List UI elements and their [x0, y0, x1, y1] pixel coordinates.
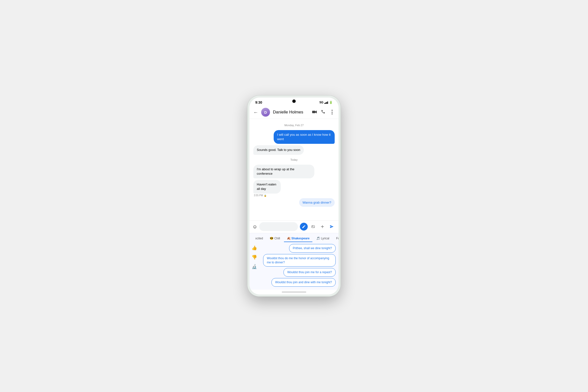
header-actions: ⋮: [312, 110, 335, 115]
lock-icon: 🔒: [264, 194, 266, 197]
phone-frame: 9:30 5G 🔋 ← D Danielle Holmes: [248, 96, 340, 296]
received-bubble: I'm about to wrap up at the conference: [253, 165, 314, 178]
home-indicator: [250, 290, 338, 294]
ai-panel: xcited 😎 Chill 🍂 Shakespeare 🎵 Lyrical F…: [250, 233, 338, 290]
camera-notch: [292, 100, 296, 103]
suggestion-4[interactable]: Wouldst thou join and dine with me tonig…: [272, 278, 336, 287]
status-time: 9:30: [255, 100, 262, 104]
suggestion-2[interactable]: Wouldst thou do me the honor of accompan…: [263, 254, 336, 267]
video-call-icon[interactable]: [312, 110, 317, 115]
tab-excited[interactable]: xcited: [252, 235, 266, 242]
emoji-button[interactable]: ☺: [252, 224, 257, 230]
home-bar: [282, 292, 306, 292]
received-bubble: Sounds good. Talk to you soon: [253, 145, 304, 154]
message-row: Wanna grab dinner?: [253, 198, 335, 207]
back-button[interactable]: ←: [253, 110, 258, 115]
input-area: ☺: [250, 220, 338, 233]
add-button[interactable]: [318, 223, 326, 230]
app-header: ← D Danielle Holmes ⋮: [250, 106, 338, 119]
more-options-icon[interactable]: ⋮: [329, 110, 335, 115]
date-divider-monday: Monday, Feb 27: [253, 124, 335, 127]
sent-bubble: I will call you as soon as I know how it…: [274, 130, 335, 144]
message-text: I'm about to wrap up at the conference: [257, 167, 294, 176]
message-text: Sounds good. Talk to you soon: [257, 148, 300, 152]
message-row: Haven't eaten all day 3:55 PM 🔒: [253, 180, 335, 197]
network-label: 5G: [320, 101, 324, 104]
suggestions-area: 👍 👎 🔬 Prithee, shall we dine tonight? Wo…: [250, 242, 338, 290]
contact-name: Danielle Holmes: [273, 110, 309, 115]
received-bubble: Haven't eaten all day: [253, 180, 281, 194]
send-button[interactable]: [328, 223, 336, 230]
thumbs-down-button[interactable]: 👎: [250, 253, 258, 261]
ai-side-buttons: 👍 👎 🔬: [250, 242, 259, 272]
toolbar-icons: [300, 223, 336, 230]
chat-area: Monday, Feb 27 I will call you as soon a…: [250, 119, 338, 220]
phone-call-icon[interactable]: [321, 110, 325, 115]
lab-button[interactable]: 🔬: [250, 263, 258, 270]
ai-rewrite-button[interactable]: [300, 223, 308, 230]
message-text: I will call you as soon as I know how it…: [277, 133, 330, 141]
message-row: I will call you as soon as I know how it…: [253, 130, 335, 144]
signal-icon: [324, 101, 328, 104]
suggestion-1[interactable]: Prithee, shall we dine tonight?: [289, 244, 336, 252]
image-button[interactable]: [309, 223, 317, 230]
message-row: Sounds good. Talk to you soon: [253, 145, 335, 154]
suggestion-3[interactable]: Wouldst thou join me for a repast?: [284, 268, 336, 276]
tab-lyrical[interactable]: 🎵 Lyrical: [313, 235, 332, 242]
date-divider-today: Today: [253, 158, 335, 161]
svg-rect-1: [312, 226, 314, 228]
battery-icon: 🔋: [329, 101, 333, 104]
status-icons: 5G 🔋: [320, 101, 333, 104]
thumbs-up-button[interactable]: 👍: [250, 244, 258, 252]
message-row: I'm about to wrap up at the conference: [253, 165, 335, 178]
message-time: 3:55 PM: [254, 194, 263, 197]
tab-chill[interactable]: 😎 Chill: [267, 235, 283, 242]
message-text: Wanna grab dinner?: [302, 201, 331, 204]
typing-bubble: Wanna grab dinner?: [299, 198, 335, 207]
tab-shakespeare[interactable]: 🍂 Shakespeare: [284, 235, 312, 242]
svg-rect-0: [312, 111, 315, 113]
message-text: Haven't eaten all day: [257, 182, 276, 190]
message-block: Haven't eaten all day 3:55 PM 🔒: [253, 180, 290, 197]
avatar: D: [261, 108, 270, 116]
message-meta: 3:55 PM 🔒: [254, 194, 290, 197]
svg-rect-2: [312, 226, 313, 226]
ai-suggestions-list: Prithee, shall we dine tonight? Wouldst …: [260, 242, 338, 290]
message-input[interactable]: [259, 222, 298, 231]
tab-formal[interactable]: For: [333, 235, 338, 242]
input-row: ☺: [252, 222, 336, 231]
ai-tabs: xcited 😎 Chill 🍂 Shakespeare 🎵 Lyrical F…: [250, 233, 338, 242]
phone-screen: 9:30 5G 🔋 ← D Danielle Holmes: [250, 98, 338, 294]
